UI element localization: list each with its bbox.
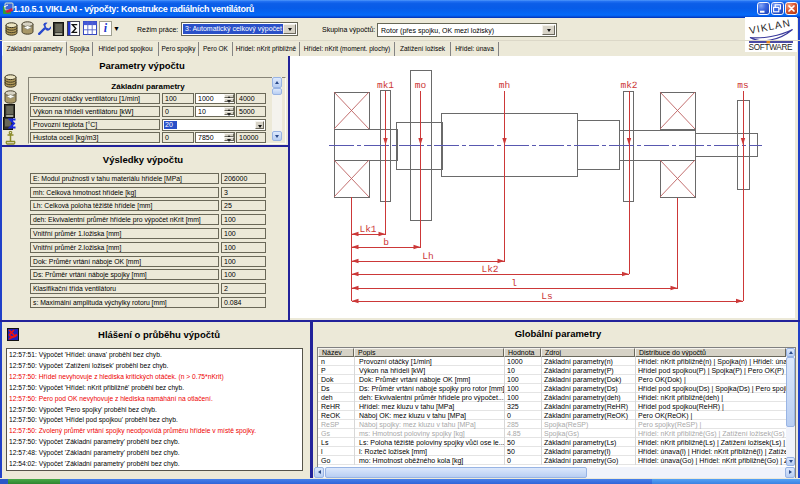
svg-text:Lk1: Lk1 [359,224,376,235]
svg-text:mo: mo [415,80,427,91]
svg-text:SOFTWARE: SOFTWARE [749,43,794,52]
svg-text:ms: ms [737,80,748,91]
svg-text:mk1: mk1 [377,80,394,91]
svg-text:Lk2: Lk2 [481,264,498,275]
svg-text:mk2: mk2 [620,80,637,91]
svg-text:Ls: Ls [541,291,552,302]
svg-text:mh: mh [499,80,510,91]
svg-text:Lh: Lh [422,251,433,262]
svg-text:b: b [383,237,389,248]
svg-text:l: l [511,278,517,289]
